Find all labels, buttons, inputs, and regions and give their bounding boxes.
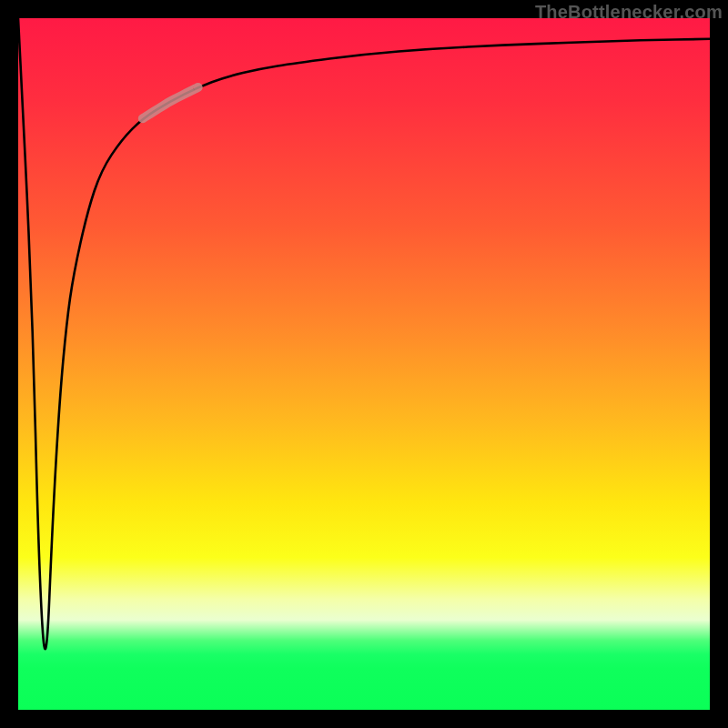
plot-gradient-background <box>18 18 710 710</box>
watermark-text: TheBottlenecker.com <box>535 2 723 23</box>
chart-frame: TheBottlenecker.com <box>0 0 728 728</box>
